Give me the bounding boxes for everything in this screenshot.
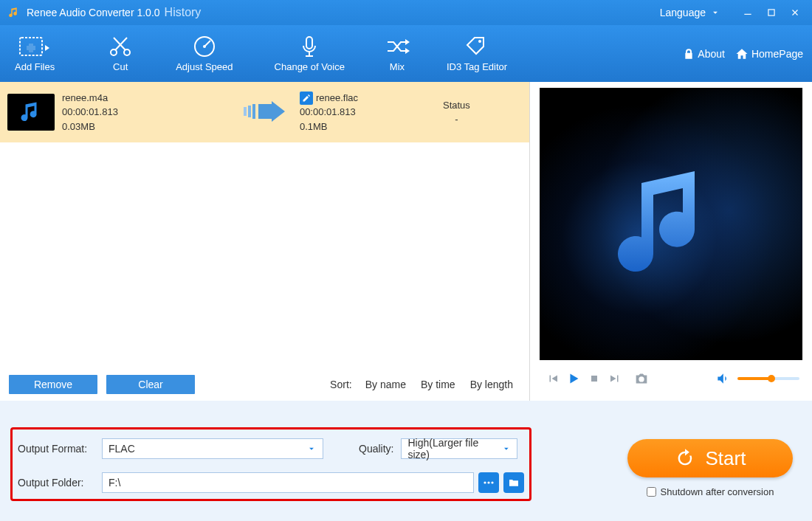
close-icon <box>790 7 800 18</box>
prev-button[interactable] <box>543 368 563 389</box>
source-file-info: renee.m4a 00:00:01.813 0.03MB <box>62 91 118 134</box>
stop-button[interactable] <box>584 368 605 389</box>
minimize-icon <box>743 7 753 18</box>
snapshot-button[interactable] <box>631 368 652 389</box>
maximize-icon <box>766 7 777 18</box>
clear-button[interactable]: Clear <box>106 375 195 394</box>
main-toolbar: Add Files Cut Adjust Speed Change of Voi… <box>0 25 812 82</box>
svg-point-8 <box>478 40 481 43</box>
sort-by-name[interactable]: By name <box>365 379 406 390</box>
volume-icon <box>715 371 730 386</box>
status-header: Status <box>443 98 470 113</box>
source-name: renee.m4a <box>62 91 118 106</box>
status-column: Status - <box>443 98 470 127</box>
svg-rect-10 <box>248 106 251 117</box>
add-files-label: Add Files <box>15 61 55 72</box>
skip-next-icon <box>608 372 622 385</box>
stop-icon <box>588 373 600 384</box>
open-folder-button[interactable] <box>503 472 524 493</box>
adjust-speed-button[interactable]: Adjust Speed <box>170 32 238 75</box>
destination-size: 0.1MB <box>300 120 358 134</box>
destination-name: renee.flac <box>316 91 358 106</box>
sort-by-time[interactable]: By time <box>421 379 455 390</box>
remove-button[interactable]: Remove <box>9 375 97 394</box>
svg-rect-1 <box>768 10 774 15</box>
quality-value: High(Larger file size) <box>407 437 500 460</box>
file-list-panel: renee.m4a 00:00:01.813 0.03MB renee.flac… <box>0 82 530 401</box>
about-label: About <box>698 48 725 60</box>
chevron-down-icon <box>501 444 512 454</box>
edit-badge-icon <box>300 92 313 105</box>
start-area: Start Shutdown after conversion <box>627 439 793 497</box>
quality-select[interactable]: High(Larger file size) <box>401 438 517 459</box>
source-duration: 00:00:01.813 <box>62 105 118 120</box>
homepage-button[interactable]: HomePage <box>735 47 803 61</box>
adjust-speed-label: Adjust Speed <box>176 61 233 72</box>
svg-point-6 <box>203 45 206 48</box>
chevron-down-icon <box>710 7 720 18</box>
destination-file-info: renee.flac 00:00:01.813 0.1MB <box>300 91 358 134</box>
output-folder-input[interactable] <box>102 472 474 493</box>
id3-editor-button[interactable]: ID3 Tag Editor <box>441 32 513 75</box>
volume-handle[interactable] <box>768 375 775 382</box>
file-list-empty-area[interactable] <box>0 142 529 368</box>
minimize-button[interactable] <box>738 3 757 22</box>
add-files-button[interactable]: Add Files <box>9 32 61 75</box>
shutdown-checkbox-input[interactable] <box>647 487 656 497</box>
gauge-icon <box>192 35 217 58</box>
next-button[interactable] <box>605 368 625 389</box>
chevron-down-icon <box>306 444 317 454</box>
volume-slider[interactable] <box>737 377 799 380</box>
app-logo-icon <box>7 6 21 19</box>
output-settings: Output Format: FLAC Quality: High(Larger… <box>18 436 524 504</box>
cut-label: Cut <box>113 61 128 72</box>
svg-rect-11 <box>252 104 255 119</box>
mix-icon <box>385 35 410 58</box>
file-thumbnail <box>7 94 55 131</box>
id3-editor-label: ID3 Tag Editor <box>447 61 507 72</box>
ellipsis-icon <box>483 479 495 486</box>
svg-point-15 <box>491 481 493 483</box>
list-footer: Remove Clear Sort: By name By time By le… <box>0 368 529 401</box>
maximize-button[interactable] <box>762 3 781 22</box>
language-selector[interactable]: Language <box>660 7 720 18</box>
output-format-select[interactable]: FLAC <box>102 438 323 459</box>
play-button[interactable] <box>563 368 584 389</box>
quality-label: Quality: <box>359 443 393 455</box>
tag-icon <box>464 35 489 58</box>
shutdown-label: Shutdown after conversion <box>661 486 774 497</box>
mix-label: Mix <box>390 61 405 72</box>
content-area: renee.m4a 00:00:01.813 0.03MB renee.flac… <box>0 82 812 401</box>
music-note-large-icon <box>597 151 745 298</box>
skip-prev-icon <box>546 372 560 385</box>
sort-by-length[interactable]: By length <box>470 379 513 390</box>
scissors-icon <box>108 35 133 58</box>
svg-point-13 <box>484 481 486 483</box>
playback-controls <box>540 360 802 397</box>
cut-button[interactable]: Cut <box>102 32 139 75</box>
output-folder-label: Output Folder: <box>18 477 102 489</box>
svg-point-14 <box>487 481 489 483</box>
start-button[interactable]: Start <box>627 439 793 477</box>
homepage-label: HomePage <box>751 48 803 60</box>
status-value: - <box>443 112 470 127</box>
folder-icon <box>508 477 520 489</box>
history-link[interactable]: History <box>165 6 202 19</box>
file-row[interactable]: renee.m4a 00:00:01.813 0.03MB renee.flac… <box>0 82 529 142</box>
language-label: Language <box>660 7 706 18</box>
music-note-icon <box>18 99 44 125</box>
about-button[interactable]: About <box>683 48 725 60</box>
svg-rect-0 <box>744 14 751 15</box>
shutdown-checkbox[interactable]: Shutdown after conversion <box>647 486 774 497</box>
browse-button[interactable] <box>478 472 499 493</box>
mix-button[interactable]: Mix <box>379 32 416 75</box>
preview-canvas <box>540 88 802 360</box>
volume-button[interactable] <box>712 368 733 389</box>
close-button[interactable] <box>785 3 805 22</box>
change-voice-button[interactable]: Change of Voice <box>269 32 351 75</box>
source-size: 0.03MB <box>62 120 118 134</box>
lock-icon <box>683 48 695 60</box>
svg-rect-7 <box>306 37 312 49</box>
output-format-label: Output Format: <box>18 443 102 455</box>
sort-label: Sort: <box>330 379 352 390</box>
